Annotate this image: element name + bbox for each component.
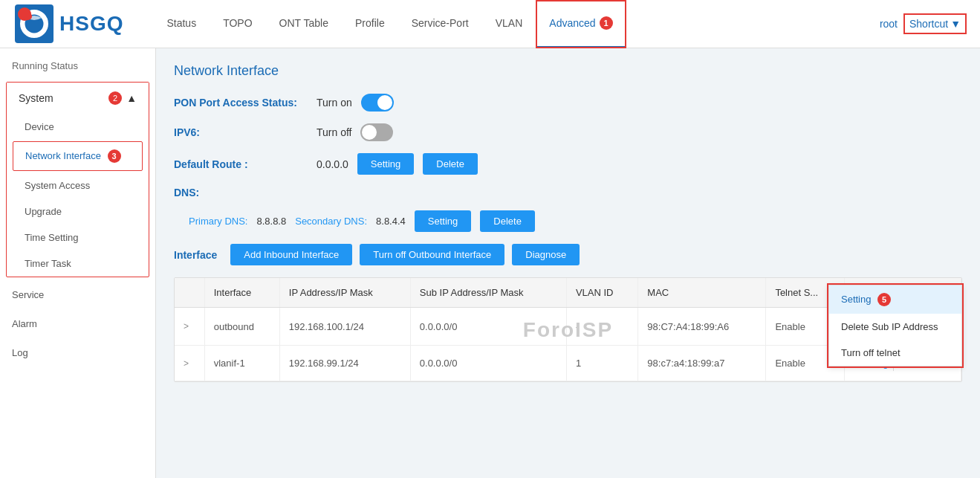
header: HSGQ Status TOPO ONT Table Profile Servi… [0,0,980,48]
main-nav: Status TOPO ONT Table Profile Service-Po… [153,0,879,48]
logo-icon [15,4,53,43]
main-content: Network Interface PON Port Access Status… [156,48,980,478]
sidebar-item-network-interface[interactable]: Network Interface 3 [13,141,143,171]
logo-text: HSGQ [59,12,123,36]
system-badge: 2 [108,91,122,105]
advanced-badge: 1 [600,16,613,30]
nav-shortcut[interactable]: Shortcut ▼ [905,15,965,33]
col-expand [175,278,204,308]
secondary-dns-label: Secondary DNS: [295,216,367,227]
nav-item-ont-table[interactable]: ONT Table [266,0,342,48]
nav-item-profile[interactable]: Profile [342,0,398,48]
interface-label: Interface [174,249,217,261]
sidebar-item-system-access[interactable]: System Access [7,172,149,198]
default-route-value: 0.0.0.0 [317,158,348,170]
row1-interface: outbound [204,308,279,346]
default-route-label: Default Route : [174,158,308,170]
sidebar: Running Status System 2 ▲ Device Network… [0,48,156,478]
logo-area: HSGQ [15,4,123,43]
primary-dns-value: 8.8.8.8 [256,216,286,227]
svg-point-0 [24,13,45,34]
sidebar-system-header[interactable]: System 2 ▲ [7,83,149,114]
row2-mac: 98:c7:a4:18:99:a7 [638,346,766,381]
sidebar-item-timer-task[interactable]: Timer Task [7,251,149,277]
pon-port-value: Turn on [317,97,352,109]
pon-port-row: PON Port Access Status: Turn on [174,94,962,112]
secondary-dns-value: 8.8.4.4 [376,216,406,227]
layout: Running Status System 2 ▲ Device Network… [0,48,980,478]
pon-port-toggle[interactable] [361,94,394,112]
sidebar-system-section: System 2 ▲ Device Network Interface 3 Sy… [6,82,149,277]
dropdown-badge: 5 [877,293,891,306]
sidebar-running-status[interactable]: Running Status [0,48,155,79]
sidebar-item-service[interactable]: Service [0,280,155,309]
dns-detail-row: Primary DNS: 8.8.8.8 Secondary DNS: 8.8.… [189,210,962,232]
row2-sub-ip-mask: 0.0.0.0/0 [410,346,566,381]
row2-ip-mask: 192.168.99.1/24 [279,346,410,381]
nav-user: root [880,18,898,30]
chevron-up-icon: ▲ [126,92,137,104]
default-route-delete-btn[interactable]: Delete [423,153,478,175]
nav-item-service-port[interactable]: Service-Port [398,0,482,48]
row2-interface: vlanif-1 [204,346,279,381]
col-ip-mask: IP Address/IP Mask [279,278,410,308]
dropdown-delete-sub-ip-item[interactable]: Delete Sub IP Address [829,314,961,340]
default-route-setting-btn[interactable]: Setting [357,153,414,175]
sidebar-item-log[interactable]: Log [0,338,155,367]
svg-point-1 [25,13,32,20]
col-vlan-id: VLAN ID [566,278,637,308]
network-interface-badge: 3 [108,149,121,163]
col-sub-ip-mask: Sub IP Address/IP Mask [410,278,566,308]
dns-delete-btn[interactable]: Delete [480,210,535,232]
dns-label: DNS: [174,187,308,198]
diagnose-btn[interactable]: Diagnose [512,244,580,265]
nav-item-vlan[interactable]: VLAN [482,0,536,48]
sidebar-item-alarm[interactable]: Alarm [0,309,155,338]
dropdown-turn-off-telnet-item[interactable]: Turn off telnet [829,340,961,366]
row1-expand[interactable]: > [175,308,204,346]
sidebar-item-time-setting[interactable]: Time Setting [7,225,149,251]
default-route-row: Default Route : 0.0.0.0 Setting Delete [174,153,962,175]
ipv6-row: IPV6: Turn off [174,123,962,141]
dns-setting-btn[interactable]: Setting [415,210,471,232]
chevron-down-icon: ▼ [950,18,961,30]
turn-off-outbound-btn[interactable]: Turn off Outbound Interface [360,244,504,265]
ipv6-toggle[interactable] [360,123,393,141]
nav-item-status[interactable]: Status [153,0,210,48]
sidebar-item-upgrade[interactable]: Upgrade [7,198,149,225]
row2-expand[interactable]: > [175,346,204,381]
setting-dropdown-menu: Setting 5 Delete Sub IP Address Turn off… [828,285,962,366]
col-interface: Interface [204,278,279,308]
row2-vlan-id: 1 [566,346,637,381]
interface-row: Interface Add Inbound Interface Turn off… [174,244,962,265]
row1-ip-mask: 192.168.100.1/24 [279,308,410,346]
dns-row: DNS: [174,187,962,198]
nav-item-topo[interactable]: TOPO [210,0,265,48]
row1-sub-ip-mask: 0.0.0.0/0 [410,308,566,346]
nav-right: root Shortcut ▼ [880,15,965,33]
row1-vlan-id: - [566,308,637,346]
col-mac: MAC [638,278,766,308]
pon-port-label: PON Port Access Status: [174,97,308,109]
nav-item-advanced[interactable]: Advanced 1 [536,0,626,48]
row1-mac: 98:C7:A4:18:99:A6 [638,308,766,346]
add-inbound-btn[interactable]: Add Inbound Interface [230,244,352,265]
ipv6-label: IPV6: [174,126,308,138]
page-title: Network Interface [174,63,962,79]
dropdown-setting-item[interactable]: Setting 5 [829,285,961,314]
sidebar-item-device[interactable]: Device [7,114,149,140]
primary-dns-label: Primary DNS: [189,216,247,227]
ipv6-value: Turn off [317,126,351,138]
